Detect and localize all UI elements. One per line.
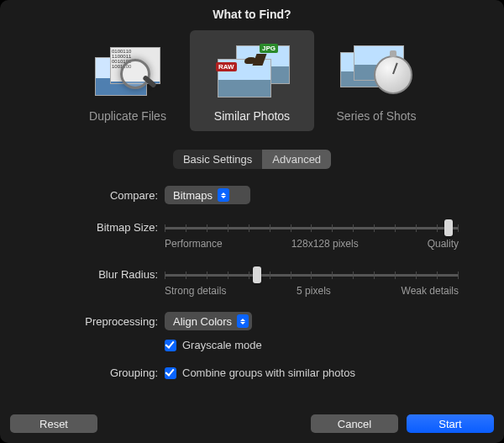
bitmap-size-mid-label: 128x128 pixels	[291, 238, 359, 250]
advanced-settings-tab[interactable]: Advanced	[262, 150, 331, 169]
cancel-button[interactable]: Cancel	[311, 414, 398, 433]
compare-select-value: Bitmaps	[173, 189, 213, 202]
bitmap-size-min-label: Performance	[165, 238, 223, 250]
grouping-label: Grouping:	[10, 363, 158, 382]
bitmap-size-slider[interactable]	[165, 218, 459, 238]
mode-series-of-shots[interactable]: Series of Shots	[314, 30, 438, 131]
preprocessing-select-value: Align Colors	[173, 315, 232, 328]
blur-radius-max-label: Weak details	[402, 285, 459, 297]
blur-radius-slider[interactable]	[165, 265, 459, 285]
combine-groups-label: Combine groups with similar photos	[182, 367, 355, 379]
series-of-shots-icon	[339, 44, 414, 103]
blur-radius-min-label: Strong details	[165, 285, 226, 297]
start-button[interactable]: Start	[407, 414, 494, 433]
select-arrows-icon	[218, 188, 229, 202]
mode-tabs: 0100110110001100101011001100 Duplicate F…	[10, 30, 494, 131]
dialog-footer: Reset Cancel Start	[10, 404, 494, 433]
mode-label: Series of Shots	[337, 109, 417, 123]
compare-label: Compare:	[10, 186, 158, 214]
basic-settings-tab[interactable]: Basic Settings	[173, 150, 262, 169]
preprocessing-label: Preprocessing:	[10, 312, 158, 360]
mode-label: Duplicate Files	[89, 109, 166, 123]
settings-mode-segmented: Basic Settings Advanced	[10, 150, 494, 169]
dialog-what-to-find: What to Find? 01001101100011001010110011…	[0, 0, 504, 443]
select-arrows-icon	[237, 314, 249, 328]
bitmap-size-label: Bitmap Size:	[10, 218, 158, 261]
similar-photos-icon: JPGRAW	[214, 44, 290, 103]
combine-groups-checkbox[interactable]	[165, 367, 176, 379]
blur-radius-mid-label: 5 pixels	[297, 285, 331, 297]
slider-knob[interactable]	[253, 266, 261, 283]
advanced-settings-form: Compare: Bitmaps Bitmap Size: Performanc…	[10, 186, 494, 382]
mode-duplicate-files[interactable]: 0100110110001100101011001100 Duplicate F…	[66, 30, 190, 131]
mode-similar-photos[interactable]: JPGRAW Similar Photos	[190, 30, 314, 131]
blur-radius-label: Blur Radius:	[10, 265, 158, 309]
compare-select[interactable]: Bitmaps	[165, 186, 250, 204]
slider-knob[interactable]	[444, 219, 453, 236]
reset-button[interactable]: Reset	[10, 414, 97, 433]
mode-label: Similar Photos	[214, 109, 290, 123]
window-title: What to Find?	[10, 0, 494, 29]
grayscale-mode-label: Grayscale mode	[182, 339, 262, 351]
bitmap-size-max-label: Quality	[428, 238, 459, 250]
preprocessing-select[interactable]: Align Colors	[165, 312, 252, 330]
grayscale-mode-checkbox[interactable]	[165, 340, 176, 351]
duplicate-files-icon: 0100110110001100101011001100	[90, 44, 165, 103]
